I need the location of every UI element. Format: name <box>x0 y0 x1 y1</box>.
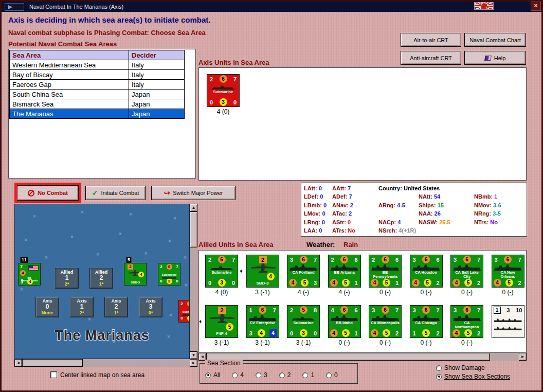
map-vscrollbar[interactable]: ▲ ▼ <box>190 204 197 359</box>
unit-counter-ca-houston[interactable]: 366CA Houston452 <box>410 255 443 288</box>
radio-icon[interactable] <box>256 372 261 378</box>
sea-area-row-faeroes-gap[interactable]: Faeroes GapItaly <box>10 80 185 90</box>
sea-area-cell[interactable]: Bismarck Sea <box>10 99 129 109</box>
sea-section-option-1[interactable]: 1 <box>302 371 314 379</box>
sea-area-cell[interactable]: The Marianas <box>10 109 129 119</box>
unit-counter-cv-enterprise[interactable]: 167CV Enterprise344 <box>246 305 279 338</box>
sea-area-row-the-marianas[interactable]: The MarianasJapan <box>10 109 185 119</box>
map-counter-bb-pennsylvania[interactable]: 74BB Pennsylvania34 <box>18 263 41 286</box>
counter-top-values: 258 <box>287 306 319 314</box>
sea-area-row-western-mediterranean-sea[interactable]: Western Mediterranean SeaItaly <box>10 60 185 70</box>
unit-counter-bb-pennsylvania[interactable]: 266BB Pennsylvania451 <box>369 255 402 288</box>
unit-counter-ca-salt-lake-city[interactable]: 367CA Salt Lake City452 <box>450 255 483 288</box>
decider-cell[interactable]: Italy <box>129 60 185 70</box>
counter-value: 5 <box>464 329 472 337</box>
air-to-air-crt-button[interactable]: Air-to-air CRT <box>401 33 461 47</box>
scrollbar-thumb[interactable] <box>22 359 83 367</box>
unit-counter-ca-minneapolis[interactable]: 367CA Minneapolis452 <box>369 305 402 338</box>
unit-status-label: 0 (-) <box>446 289 487 296</box>
scroll-right-button[interactable]: ► <box>190 359 197 367</box>
unit-counter-ca-new-orleans[interactable]: 367CA New Orleans452 <box>492 255 524 288</box>
sea-area-row-bismarck-sea[interactable]: Bismarck SeaJapan <box>10 99 185 109</box>
scroll-right-button[interactable]: ► <box>519 353 527 361</box>
sea-section-option-0[interactable]: 0 <box>326 371 338 379</box>
decider-cell[interactable]: Japan <box>129 99 185 109</box>
counter-value: 2 <box>517 280 522 286</box>
map-counter-submarine-axis[interactable]: 267Submarine030 <box>178 300 190 323</box>
center-map-checkbox[interactable] <box>50 371 57 378</box>
radio-icon[interactable] <box>205 372 211 378</box>
switch-major-power-button[interactable]: ↪ Switch Major Power <box>151 186 236 200</box>
unit-counter-ca-portland[interactable]: 367CA Portland453 <box>287 255 320 288</box>
unit-counter-ca-northampton[interactable]: 367CA Northampton452 <box>450 305 483 338</box>
decider-cell[interactable]: Japan <box>129 109 185 119</box>
allied-units-hscrollbar[interactable]: ◄ ► <box>198 353 527 361</box>
unit-counter-submarine[interactable]: 258Submarine030 <box>287 305 320 338</box>
unit-counter-submarine[interactable]: 267Submarine030 <box>207 74 240 107</box>
decider-cell[interactable]: Italy <box>129 80 185 90</box>
scroll-down-button[interactable]: ▼ <box>190 351 197 359</box>
unit-counter-bb-arizona[interactable]: 266BB Arizona451 <box>328 255 361 288</box>
map-counter-pool-axis-1[interactable]: Axis12* <box>70 297 94 317</box>
stat-nacp: NACp: 4 <box>378 219 401 225</box>
map-counter-pool-axis-3[interactable]: Axis30* <box>139 297 162 317</box>
counter-top-values: 367 <box>451 306 483 314</box>
sea-area-row-south-china-sea[interactable]: South China SeaJapan <box>10 90 185 99</box>
no-combat-highlight: No Combat <box>14 183 81 203</box>
radio-icon[interactable] <box>436 374 442 380</box>
water-mark: × <box>24 237 27 243</box>
check-icon: ✓ <box>92 189 98 197</box>
naval-combat-chart-button[interactable]: Naval Combat Chart <box>464 33 526 47</box>
unit-counter-sbd-3[interactable]: 24SBD-3 <box>246 255 279 288</box>
sea-section-option-2[interactable]: 2 <box>279 371 291 379</box>
sea-area-cell[interactable]: South China Sea <box>10 90 129 99</box>
scroll-left-button[interactable]: ◄ <box>14 359 22 367</box>
sea-section-option-3[interactable]: 3 <box>256 371 267 379</box>
anti-aircraft-crt-button[interactable]: Anti-aircraft CRT <box>401 51 461 65</box>
map-counter-clipped-axis[interactable]: 267Submarine030 <box>178 300 190 323</box>
map-counter-pool-axis-2[interactable]: Axis21* <box>104 297 128 317</box>
map-counter-pool-axis-0[interactable]: Axis0None <box>35 297 59 317</box>
no-combat-button[interactable]: No Combat <box>17 185 79 201</box>
decider-cell[interactable]: Italy <box>129 70 185 80</box>
close-button[interactable]: × <box>531 2 541 11</box>
show-damage-radio[interactable]: Show Damage <box>436 364 510 371</box>
counter-value: 5 <box>464 279 472 287</box>
scrollbar-thumb[interactable] <box>206 353 490 361</box>
scroll-up-button[interactable]: ▲ <box>190 204 197 211</box>
decider-cell[interactable]: Japan <box>129 90 185 99</box>
unit-status-label: 3 (-1) <box>283 339 324 346</box>
radio-icon[interactable] <box>279 372 285 378</box>
map-counter-aircraft-sbd-3[interactable]: 24SBD-3 <box>124 263 147 286</box>
map-counter-submarine-allied[interactable]: 267Submarine030 <box>158 263 180 286</box>
unit-cell: 366CA Houston4520 (-) <box>406 255 447 296</box>
initiate-combat-button[interactable]: ✓ Initiate Combat <box>85 186 146 200</box>
stat-nbmb: NBmb: 1 <box>474 193 497 200</box>
sea-area-row-bay-of-biscay[interactable]: Bay of BiscayItaly <box>10 70 185 80</box>
unit-cell: 266BB Pennsylvania4510 (-) <box>365 255 406 296</box>
stack-count-badge: 5 <box>126 257 132 263</box>
unit-counter-submarine[interactable]: 267Submarine030 <box>205 255 238 288</box>
sea-area-cell[interactable]: Western Mediterranean Sea <box>10 60 129 70</box>
show-sea-box-sections-radio[interactable]: Show Sea Box Sections <box>436 373 510 380</box>
radio-icon[interactable] <box>436 365 442 371</box>
unit-counter-ca-chicago[interactable]: 367CA Chicago152 <box>410 305 443 338</box>
unit-counter-f4f-4[interactable]: 25F4F-4 <box>205 305 238 338</box>
scrollbar-thumb[interactable] <box>190 211 197 247</box>
radio-icon[interactable] <box>232 372 238 378</box>
air-secondary-value: 4 <box>138 272 144 277</box>
counter-value: 7 <box>175 264 179 269</box>
sea-area-cell[interactable]: Bay of Biscay <box>10 70 129 80</box>
map-counter-pool-allied-1[interactable]: Allied12* <box>55 268 79 289</box>
map-counter-pool-allied-2[interactable]: Allied21* <box>89 268 113 289</box>
radio-icon[interactable] <box>302 372 308 378</box>
unit-counter-convoy[interactable]: 1310 <box>492 305 524 338</box>
map-hscrollbar[interactable]: ◄ ► <box>14 359 197 367</box>
help-button[interactable]: Help <box>464 51 526 65</box>
unit-counter-bb-idaho[interactable]: 466BB Idaho451 <box>328 305 361 338</box>
stat-anav: ANav: 2 <box>332 202 353 208</box>
sea-area-cell[interactable]: Faeroes Gap <box>10 80 129 90</box>
sea-section-option-all[interactable]: All <box>205 371 220 379</box>
sea-section-option-4[interactable]: 4 <box>232 371 244 379</box>
radio-icon[interactable] <box>326 372 332 378</box>
